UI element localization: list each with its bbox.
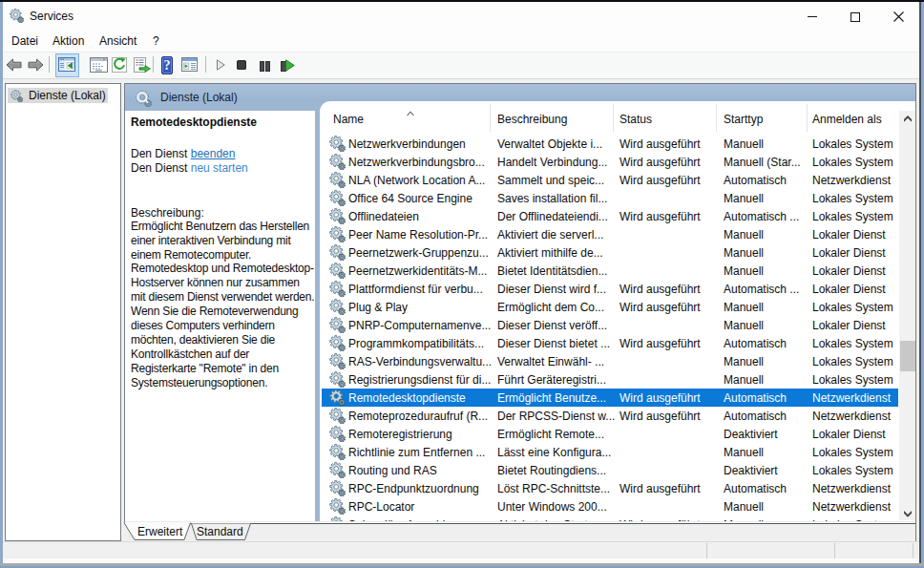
svg-text:?: ? <box>164 58 171 73</box>
